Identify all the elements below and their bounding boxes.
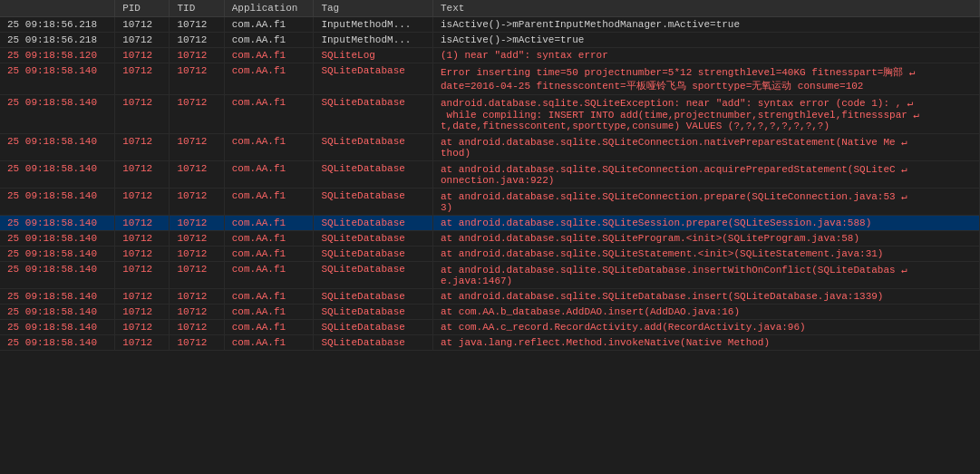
cell-app: com.AA.f1 <box>224 33 314 48</box>
col-header-app: Application <box>224 0 314 17</box>
col-header-tid: TID <box>170 0 224 17</box>
cell-time: 25 09:18:58.140 <box>0 320 115 335</box>
table-row[interactable]: 25 09:18:58.1201071210712com.AA.f1SQLite… <box>0 48 980 63</box>
cell-app: com.AA.f1 <box>224 247 314 262</box>
col-header-time <box>0 0 115 17</box>
table-row[interactable]: 25 09:18:56.2181071210712com.AA.f1InputM… <box>0 33 980 48</box>
cell-app: com.AA.f1 <box>224 95 314 134</box>
cell-tag: SQLiteDatabase <box>314 247 433 262</box>
table-row[interactable]: 25 09:18:58.1401071210712com.AA.f1SQLite… <box>0 216 980 231</box>
cell-text: android.database.sqlite.SQLiteException:… <box>432 95 979 134</box>
cell-pid: 10712 <box>115 17 170 33</box>
cell-tag: SQLiteDatabase <box>314 335 433 351</box>
cell-text: isActive()->mActive=true <box>432 33 979 48</box>
table-row[interactable]: 25 09:18:58.1401071210712com.AA.f1SQLite… <box>0 289 980 305</box>
log-container[interactable]: PID TID Application Tag Text 25 09:18:56… <box>0 0 980 474</box>
cell-time: 25 09:18:58.140 <box>0 231 115 247</box>
cell-tid: 10712 <box>170 189 224 216</box>
cell-tid: 10712 <box>170 161 224 189</box>
table-row[interactable]: 25 09:18:58.1401071210712com.AA.f1SQLite… <box>0 305 980 320</box>
cell-text: at java.lang.reflect.Method.invokeNative… <box>432 335 979 351</box>
cell-pid: 10712 <box>115 134 170 161</box>
cell-pid: 10712 <box>115 33 170 48</box>
cell-app: com.AA.f1 <box>224 335 314 351</box>
cell-text: at android.database.sqlite.SQLiteSession… <box>432 216 979 231</box>
table-row[interactable]: 25 09:18:58.1401071210712com.AA.f1SQLite… <box>0 262 980 289</box>
cell-time: 25 09:18:58.140 <box>0 134 115 161</box>
cell-time: 25 09:18:58.140 <box>0 247 115 262</box>
cell-text: at android.database.sqlite.SQLiteConnect… <box>432 189 979 216</box>
cell-tid: 10712 <box>170 134 224 161</box>
cell-tag: SQLiteDatabase <box>314 161 433 189</box>
cell-time: 25 09:18:58.140 <box>0 289 115 305</box>
table-row[interactable]: 25 09:18:58.1401071210712com.AA.f1SQLite… <box>0 63 980 95</box>
cell-pid: 10712 <box>115 161 170 189</box>
cell-tid: 10712 <box>170 231 224 247</box>
table-row[interactable]: 25 09:18:58.1401071210712com.AA.f1SQLite… <box>0 231 980 247</box>
table-row[interactable]: 25 09:18:58.1401071210712com.AA.f1SQLite… <box>0 247 980 262</box>
cell-text: at com.AA.b_database.AddDAO.insert(AddDA… <box>432 305 979 320</box>
cell-app: com.AA.f1 <box>224 134 314 161</box>
table-row[interactable]: 25 09:18:58.1401071210712com.AA.f1SQLite… <box>0 189 980 216</box>
cell-app: com.AA.f1 <box>224 63 314 95</box>
cell-text: isActive()->mParentInputMethodManager.mA… <box>432 17 979 33</box>
cell-tag: InputMethodM... <box>314 17 433 33</box>
log-table: PID TID Application Tag Text 25 09:18:56… <box>0 0 980 351</box>
cell-time: 25 09:18:56.218 <box>0 17 115 33</box>
cell-tid: 10712 <box>170 320 224 335</box>
cell-tid: 10712 <box>170 95 224 134</box>
cell-time: 25 09:18:58.140 <box>0 262 115 289</box>
table-row[interactable]: 25 09:18:56.2181071210712com.AA.f1InputM… <box>0 17 980 33</box>
cell-pid: 10712 <box>115 231 170 247</box>
cell-app: com.AA.f1 <box>224 305 314 320</box>
cell-tag: SQLiteDatabase <box>314 216 433 231</box>
cell-pid: 10712 <box>115 63 170 95</box>
cell-time: 25 09:18:58.140 <box>0 161 115 189</box>
cell-pid: 10712 <box>115 305 170 320</box>
cell-time: 25 09:18:58.140 <box>0 63 115 95</box>
cell-text: Error inserting time=50 projectnumber=5*… <box>432 63 979 95</box>
col-header-text: Text <box>432 0 979 17</box>
cell-text: at android.database.sqlite.SQLiteDatabas… <box>432 289 979 305</box>
cell-text: at android.database.sqlite.SQLiteProgram… <box>432 231 979 247</box>
cell-time: 25 09:18:58.140 <box>0 335 115 351</box>
cell-app: com.AA.f1 <box>224 216 314 231</box>
cell-app: com.AA.f1 <box>224 161 314 189</box>
table-row[interactable]: 25 09:18:58.1401071210712com.AA.f1SQLite… <box>0 95 980 134</box>
table-row[interactable]: 25 09:18:58.1401071210712com.AA.f1SQLite… <box>0 161 980 189</box>
cell-tid: 10712 <box>170 216 224 231</box>
cell-time: 25 09:18:58.140 <box>0 216 115 231</box>
cell-time: 25 09:18:58.140 <box>0 189 115 216</box>
cell-app: com.AA.f1 <box>224 48 314 63</box>
cell-pid: 10712 <box>115 189 170 216</box>
cell-app: com.AA.f1 <box>224 262 314 289</box>
cell-tag: SQLiteDatabase <box>314 289 433 305</box>
cell-tag: InputMethodM... <box>314 33 433 48</box>
cell-tag: SQLiteDatabase <box>314 231 433 247</box>
cell-tid: 10712 <box>170 63 224 95</box>
cell-tag: SQLiteDatabase <box>314 262 433 289</box>
cell-text: (1) near "add": syntax error <box>432 48 979 63</box>
cell-tid: 10712 <box>170 262 224 289</box>
col-header-pid: PID <box>115 0 170 17</box>
cell-text: at android.database.sqlite.SQLiteConnect… <box>432 161 979 189</box>
table-row[interactable]: 25 09:18:58.1401071210712com.AA.f1SQLite… <box>0 134 980 161</box>
cell-time: 25 09:18:56.218 <box>0 33 115 48</box>
cell-app: com.AA.f1 <box>224 289 314 305</box>
cell-tid: 10712 <box>170 33 224 48</box>
cell-app: com.AA.f1 <box>224 320 314 335</box>
cell-pid: 10712 <box>115 95 170 134</box>
table-row[interactable]: 25 09:18:58.1401071210712com.AA.f1SQLite… <box>0 335 980 351</box>
cell-text: at android.database.sqlite.SQLiteStateme… <box>432 247 979 262</box>
cell-tag: SQLiteDatabase <box>314 305 433 320</box>
cell-tid: 10712 <box>170 247 224 262</box>
cell-pid: 10712 <box>115 335 170 351</box>
cell-tag: SQLiteDatabase <box>314 95 433 134</box>
cell-tid: 10712 <box>170 48 224 63</box>
cell-text: at android.database.sqlite.SQLiteDatabas… <box>432 262 979 289</box>
table-row[interactable]: 25 09:18:58.1401071210712com.AA.f1SQLite… <box>0 320 980 335</box>
cell-text: at android.database.sqlite.SQLiteConnect… <box>432 134 979 161</box>
cell-app: com.AA.f1 <box>224 189 314 216</box>
cell-tid: 10712 <box>170 17 224 33</box>
cell-tag: SQLiteDatabase <box>314 134 433 161</box>
